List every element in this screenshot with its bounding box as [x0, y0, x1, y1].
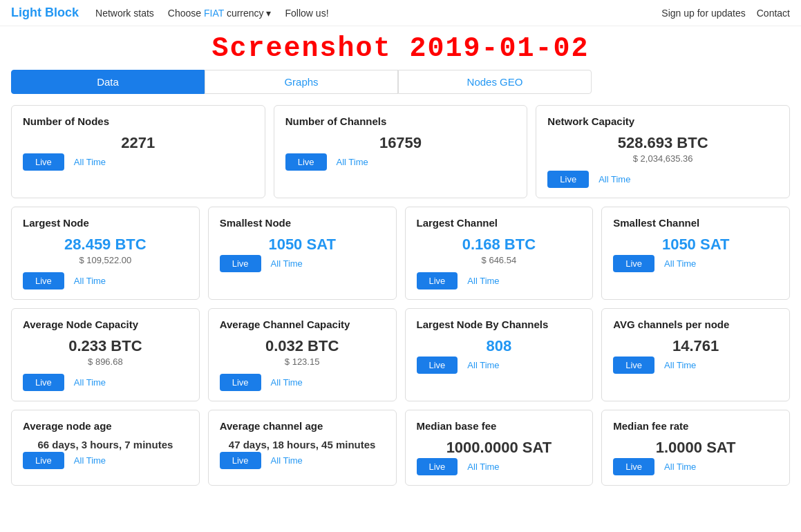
tabs-container: Data Graphs Nodes GEO — [0, 70, 801, 94]
card-largest-node-by-channels: Largest Node By Channels 808 Live All Ti… — [405, 308, 594, 401]
nav-fiat-currency[interactable]: Choose FIAT currency ▾ — [168, 8, 272, 19]
card-actions: Live All Time — [23, 272, 188, 289]
card-number-of-channels: Number of Channels 16759 Live All Time — [274, 105, 528, 198]
card-title: Number of Nodes — [23, 115, 254, 127]
live-button[interactable]: Live — [220, 452, 261, 469]
card-title: Average Channel Capacity — [220, 319, 385, 330]
card-median-fee-rate: Median fee rate 1.0000 SAT Live All Time — [601, 410, 790, 486]
live-button[interactable]: Live — [613, 458, 654, 475]
card-value: 16759 — [285, 134, 516, 152]
card-median-base-fee: Median base fee 1000.0000 SAT Live All T… — [405, 410, 594, 486]
nav-signup[interactable]: Sign up for updates — [661, 8, 745, 19]
alltime-button[interactable]: All Time — [599, 174, 630, 184]
card-value: 0.233 BTC — [23, 337, 188, 355]
card-avg-channels-per-node: AVG channels per node 14.761 Live All Ti… — [601, 308, 790, 401]
alltime-button[interactable]: All Time — [467, 276, 499, 286]
live-button[interactable]: Live — [23, 272, 64, 289]
card-value: 528.693 BTC — [547, 134, 778, 152]
alltime-button[interactable]: All Time — [664, 360, 696, 370]
live-button[interactable]: Live — [23, 153, 64, 171]
card-title: Average node age — [23, 420, 188, 432]
row-4: Average node age 66 days, 3 hours, 7 min… — [0, 410, 801, 494]
alltime-button[interactable]: All Time — [664, 462, 696, 472]
alltime-button[interactable]: All Time — [467, 360, 499, 370]
logo-block: Block — [41, 6, 79, 19]
card-value: 14.761 — [613, 337, 778, 355]
alltime-button[interactable]: All Time — [74, 455, 106, 466]
card-actions: Live All Time — [547, 171, 778, 188]
live-button[interactable]: Live — [417, 357, 458, 374]
card-largest-channel: Largest Channel 0.168 BTC $ 646.54 Live … — [405, 207, 594, 300]
card-avg-channel-capacity: Average Channel Capacity 0.032 BTC $ 123… — [208, 308, 397, 401]
tab-nodes-geo[interactable]: Nodes GEO — [398, 70, 592, 94]
card-avg-node-capacity: Average Node Capacity 0.233 BTC $ 896.68… — [11, 308, 200, 401]
tab-graphs[interactable]: Graphs — [205, 70, 398, 94]
card-avg-channel-age: Average channel age 47 days, 18 hours, 4… — [208, 410, 397, 486]
row-1: Number of Nodes 2271 Live All Time Numbe… — [0, 105, 801, 207]
card-title: Smallest Channel — [613, 217, 778, 229]
card-value: 1.0000 SAT — [613, 439, 778, 457]
card-number-of-nodes: Number of Nodes 2271 Live All Time — [11, 105, 265, 198]
card-actions: Live All Time — [23, 374, 188, 391]
card-actions: Live All Time — [417, 357, 582, 374]
card-smallest-channel: Smallest Channel 1050 SAT Live All Time — [601, 207, 790, 300]
card-title: Median fee rate — [613, 420, 778, 432]
card-title: Median base fee — [417, 420, 582, 432]
card-sub: $ 123.15 — [220, 357, 385, 367]
live-button[interactable]: Live — [613, 255, 654, 272]
card-title: Average channel age — [220, 420, 385, 432]
card-value: 66 days, 3 hours, 7 minutes — [23, 439, 188, 450]
row-2: Largest Node 28.459 BTC $ 109,522.00 Liv… — [0, 207, 801, 308]
logo[interactable]: Light Block — [11, 6, 79, 20]
live-button[interactable]: Live — [417, 458, 458, 475]
alltime-button[interactable]: All Time — [271, 455, 303, 466]
live-button[interactable]: Live — [613, 357, 654, 374]
card-value: 0.168 BTC — [417, 236, 582, 254]
alltime-button[interactable]: All Time — [337, 157, 368, 167]
live-button[interactable]: Live — [285, 153, 327, 171]
card-title: Average Node Capacity — [23, 319, 188, 330]
tab-data[interactable]: Data — [11, 70, 205, 94]
live-button[interactable]: Live — [23, 452, 64, 469]
alltime-button[interactable]: All Time — [74, 377, 106, 388]
card-title: Largest Node — [23, 217, 188, 229]
card-actions: Live All Time — [613, 357, 778, 374]
card-network-capacity: Network Capacity 528.693 BTC $ 2,034,635… — [536, 105, 790, 198]
card-value: 1050 SAT — [613, 236, 778, 254]
card-title: Largest Node By Channels — [417, 319, 582, 330]
live-button[interactable]: Live — [417, 272, 458, 289]
card-smallest-node: Smallest Node 1050 SAT Live All Time — [208, 207, 397, 300]
alltime-button[interactable]: All Time — [74, 157, 106, 167]
card-title: AVG channels per node — [613, 319, 778, 330]
alltime-button[interactable]: All Time — [271, 258, 303, 269]
live-button[interactable]: Live — [220, 255, 261, 272]
nav-follow[interactable]: Follow us! — [285, 8, 329, 19]
card-actions: Live All Time — [220, 374, 385, 391]
screenshot-label: Screenshot 2019-01-02 — [0, 26, 801, 70]
alltime-button[interactable]: All Time — [74, 276, 106, 286]
header-right: Sign up for updates Contact — [661, 8, 790, 19]
card-title: Smallest Node — [220, 217, 385, 229]
card-sub: $ 2,034,635.36 — [547, 153, 778, 164]
card-value: 28.459 BTC — [23, 236, 188, 254]
card-avg-node-age: Average node age 66 days, 3 hours, 7 min… — [11, 410, 200, 486]
card-actions: Live All Time — [220, 255, 385, 272]
alltime-button[interactable]: All Time — [271, 377, 303, 388]
card-largest-node: Largest Node 28.459 BTC $ 109,522.00 Liv… — [11, 207, 200, 300]
card-title: Number of Channels — [285, 115, 516, 127]
card-title: Network Capacity — [547, 115, 778, 127]
card-sub: $ 646.54 — [417, 255, 582, 265]
card-value: 1000.0000 SAT — [417, 439, 582, 457]
alltime-button[interactable]: All Time — [664, 258, 696, 269]
nav-contact[interactable]: Contact — [757, 8, 790, 19]
row-3: Average Node Capacity 0.233 BTC $ 896.68… — [0, 308, 801, 410]
card-sub: $ 896.68 — [23, 357, 188, 367]
live-button[interactable]: Live — [220, 374, 261, 391]
live-button[interactable]: Live — [547, 171, 589, 188]
main-nav: Network stats Choose FIAT currency ▾ Fol… — [95, 8, 329, 19]
card-actions: Live All Time — [417, 458, 582, 475]
nav-network-stats[interactable]: Network stats — [95, 8, 154, 19]
card-title: Largest Channel — [417, 217, 582, 229]
alltime-button[interactable]: All Time — [467, 462, 499, 472]
live-button[interactable]: Live — [23, 374, 64, 391]
